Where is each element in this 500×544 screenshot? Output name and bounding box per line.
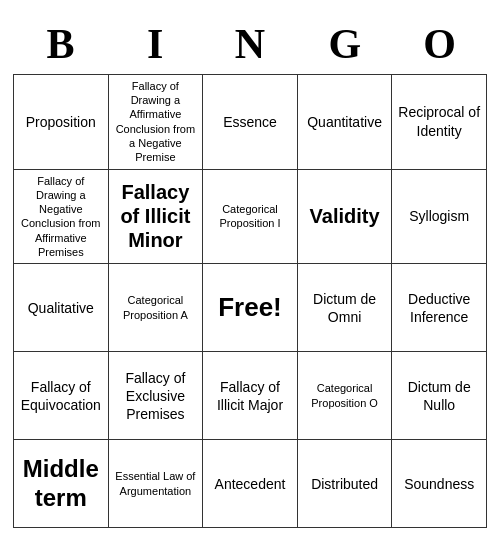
header-letter: I: [108, 16, 203, 72]
bingo-cell: Validity: [298, 170, 393, 265]
cell-text: Soundness: [404, 475, 474, 493]
cell-text: Distributed: [311, 475, 378, 493]
bingo-cell: Reciprocal of Identity: [392, 75, 487, 170]
bingo-cell: Soundness: [392, 440, 487, 528]
cell-text: Categorical Proposition A: [114, 293, 198, 322]
cell-text: Deductive Inference: [397, 290, 481, 326]
bingo-cell: Fallacy of Illicit Minor: [109, 170, 204, 265]
cell-text: Dictum de Omni: [303, 290, 387, 326]
bingo-cell: Middle term: [14, 440, 109, 528]
cell-text: Fallacy of Drawing a Negative Conclusion…: [19, 174, 103, 260]
cell-text: Antecedent: [215, 475, 286, 493]
bingo-cell: Syllogism: [392, 170, 487, 265]
bingo-cell: Dictum de Nullo: [392, 352, 487, 440]
bingo-cell: Deductive Inference: [392, 264, 487, 352]
bingo-cell: Quantitative: [298, 75, 393, 170]
cell-text: Free!: [218, 292, 282, 323]
cell-text: Fallacy of Drawing a Affirmative Conclus…: [114, 79, 198, 165]
cell-text: Reciprocal of Identity: [397, 103, 481, 139]
bingo-cell: Fallacy of Drawing a Affirmative Conclus…: [109, 75, 204, 170]
cell-text: Dictum de Nullo: [397, 378, 481, 414]
bingo-cell: Dictum de Omni: [298, 264, 393, 352]
bingo-cell: Essence: [203, 75, 298, 170]
cell-text: Validity: [310, 204, 380, 228]
cell-text: Fallacy of Illicit Major: [208, 378, 292, 414]
cell-text: Fallacy of Equivocation: [19, 378, 103, 414]
cell-text: Syllogism: [409, 207, 469, 225]
bingo-card: BINGO PropositionFallacy of Drawing a Af…: [5, 8, 495, 537]
bingo-header: BINGO: [13, 16, 487, 72]
bingo-cell: Fallacy of Illicit Major: [203, 352, 298, 440]
bingo-cell: Categorical Proposition A: [109, 264, 204, 352]
header-letter: G: [297, 16, 392, 72]
cell-text: Proposition: [26, 113, 96, 131]
bingo-cell: Antecedent: [203, 440, 298, 528]
header-letter: O: [392, 16, 487, 72]
bingo-cell: Proposition: [14, 75, 109, 170]
cell-text: Fallacy of Illicit Minor: [114, 180, 198, 252]
cell-text: Middle term: [19, 455, 103, 513]
bingo-cell: Categorical Proposition I: [203, 170, 298, 265]
bingo-grid: PropositionFallacy of Drawing a Affirmat…: [13, 74, 487, 529]
header-letter: N: [203, 16, 298, 72]
cell-text: Essential Law of Argumentation: [114, 469, 198, 498]
cell-text: Quantitative: [307, 113, 382, 131]
cell-text: Qualitative: [28, 299, 94, 317]
cell-text: Categorical Proposition I: [208, 202, 292, 231]
bingo-cell: Fallacy of Drawing a Negative Conclusion…: [14, 170, 109, 265]
cell-text: Categorical Proposition O: [303, 381, 387, 410]
bingo-cell: Fallacy of Equivocation: [14, 352, 109, 440]
bingo-cell: Essential Law of Argumentation: [109, 440, 204, 528]
bingo-cell: Fallacy of Exclusive Premises: [109, 352, 204, 440]
header-letter: B: [13, 16, 108, 72]
bingo-cell: Categorical Proposition O: [298, 352, 393, 440]
cell-text: Essence: [223, 113, 277, 131]
bingo-cell: Distributed: [298, 440, 393, 528]
bingo-cell: Qualitative: [14, 264, 109, 352]
cell-text: Fallacy of Exclusive Premises: [114, 369, 198, 424]
bingo-cell: Free!: [203, 264, 298, 352]
